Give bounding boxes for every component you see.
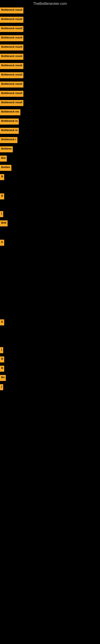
spacer	[0, 98, 100, 100]
bottleneck-item: Bottleneck result	[0, 8, 100, 14]
spacer	[0, 201, 100, 211]
spacer	[0, 219, 100, 220]
spacer	[0, 309, 100, 320]
bottleneck-item: Bottleneck result	[0, 17, 100, 23]
spacer	[0, 71, 100, 72]
bottleneck-item: |	[0, 347, 100, 353]
bottleneck-label: Bottleneck result	[0, 91, 23, 97]
spacer	[0, 80, 100, 82]
bottleneck-item: Bottleneck re	[0, 128, 100, 134]
bottleneck-item: Bott	[0, 220, 100, 226]
spacer	[0, 62, 100, 63]
bottleneck-item: Bottleneck result	[0, 100, 100, 106]
spacer	[0, 136, 100, 137]
bottleneck-label: B	[0, 174, 4, 180]
spacer	[0, 15, 100, 17]
bottleneck-label: Bottleneck result	[0, 8, 23, 14]
spacer	[0, 373, 100, 375]
bottleneck-label: B	[0, 356, 4, 362]
bottleneck-label: |	[0, 211, 3, 217]
spacer	[0, 43, 100, 44]
bottleneck-item: B	[0, 174, 100, 180]
bottleneck-label: Bottleneck result	[0, 72, 23, 78]
bottleneck-item: Bottleneck re	[0, 118, 100, 124]
spacer	[0, 279, 100, 289]
bottleneck-item: Bottlene	[0, 146, 100, 152]
spacer	[0, 299, 100, 309]
bottleneck-label: Bottleneck result	[0, 35, 23, 41]
bottleneck-item: B	[0, 366, 100, 372]
bottleneck-item: Bottleneck result	[0, 26, 100, 32]
spacer	[0, 172, 100, 174]
bottleneck-label: Bottleneck res	[0, 109, 20, 115]
bottleneck-item: E	[0, 320, 100, 326]
spacer	[0, 163, 100, 165]
bottleneck-item: |	[0, 211, 100, 217]
bottleneck-label: Bott	[0, 220, 8, 226]
bottleneck-item: Bottleneck result	[0, 54, 100, 60]
bottleneck-label: B	[0, 194, 4, 200]
bottleneck-item: Bot	[0, 156, 100, 162]
bottleneck-item: Bottleneck result	[0, 35, 100, 41]
bottleneck-item: Bottlen	[0, 165, 100, 171]
spacer	[0, 145, 100, 146]
spacer	[0, 247, 100, 249]
spacer	[0, 249, 100, 259]
spacer	[0, 34, 100, 35]
spacer	[0, 382, 100, 384]
spacer	[0, 355, 100, 356]
bottleneck-item: Bo	[0, 375, 100, 381]
bottleneck-item: Bottleneck res	[0, 109, 100, 115]
bottleneck-label: Bo	[0, 375, 6, 381]
spacer	[0, 126, 100, 128]
bottleneck-label: |	[0, 384, 3, 390]
spacer	[0, 24, 100, 26]
bottleneck-label: Bottleneck re	[0, 128, 19, 134]
spacer	[0, 117, 100, 118]
spacer	[0, 108, 100, 109]
spacer	[0, 269, 100, 279]
bottleneck-label: |	[0, 347, 3, 353]
spacer	[0, 327, 100, 347]
bottleneck-item: B	[0, 194, 100, 200]
spacer	[0, 182, 100, 192]
bottleneck-list: Bottleneck resultBottleneck resultBottle…	[0, 8, 100, 390]
bottleneck-item: Bottleneck result	[0, 44, 100, 50]
bottleneck-label: Bottleneck result	[0, 63, 23, 69]
bottleneck-label: Bottleneck r	[0, 137, 17, 143]
site-title: TheBottlenecker.com	[0, 0, 100, 8]
spacer	[0, 192, 100, 194]
page-container: TheBottlenecker.com Bottleneck resultBot…	[0, 0, 100, 390]
bottleneck-item: Bottleneck r	[0, 137, 100, 143]
bottleneck-label: B	[0, 366, 4, 372]
bottleneck-label: Bot	[0, 156, 7, 162]
bottleneck-item: Bottleneck result	[0, 72, 100, 78]
bottleneck-item: Bottleneck result	[0, 91, 100, 97]
spacer	[0, 154, 100, 156]
bottleneck-item: B	[0, 356, 100, 362]
bottleneck-item: E	[0, 240, 100, 246]
bottleneck-label: Bottleneck result	[0, 54, 23, 60]
bottleneck-item: |	[0, 384, 100, 390]
spacer	[0, 228, 100, 230]
spacer	[0, 52, 100, 54]
spacer	[0, 289, 100, 299]
bottleneck-item: Bottleneck result	[0, 82, 100, 88]
spacer	[0, 89, 100, 91]
spacer	[0, 259, 100, 269]
bottleneck-label: E	[0, 240, 4, 246]
bottleneck-label: Bottleneck result	[0, 82, 23, 88]
bottleneck-label: Bottleneck result	[0, 26, 23, 32]
bottleneck-label: E	[0, 320, 4, 326]
spacer	[0, 230, 100, 240]
bottleneck-label: Bottlene	[0, 146, 13, 152]
bottleneck-item: Bottleneck result	[0, 63, 100, 69]
bottleneck-label: Bottleneck re	[0, 118, 19, 124]
bottleneck-label: Bottlen	[0, 165, 11, 171]
bottleneck-label: Bottleneck result	[0, 17, 23, 23]
bottleneck-label: Bottleneck result	[0, 44, 23, 50]
bottleneck-label: Bottleneck result	[0, 100, 23, 106]
spacer	[0, 364, 100, 366]
